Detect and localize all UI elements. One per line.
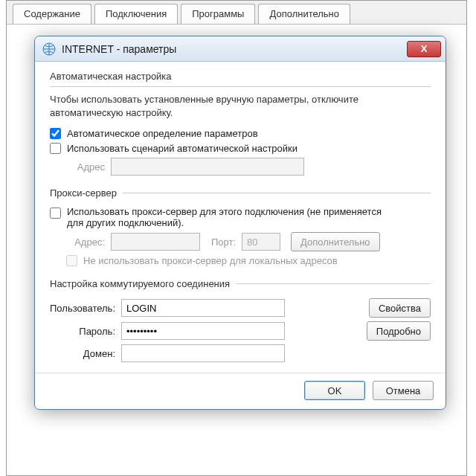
tab-content[interactable]: Содержание (13, 4, 91, 24)
password-label: Пароль: (50, 326, 121, 337)
tab-programs[interactable]: Программы (181, 4, 255, 24)
proxy-use-checkbox[interactable] (50, 208, 61, 219)
close-button[interactable]: X (407, 41, 441, 57)
domain-label: Домен: (50, 348, 121, 359)
cancel-button[interactable]: Отмена (373, 381, 434, 400)
proxy-bypass-row: Не использовать прокси-сервер для локаль… (66, 255, 431, 266)
divider (50, 86, 431, 87)
ok-button[interactable]: OK (304, 381, 365, 400)
autoscript-label: Использовать сценарий автоматической нас… (67, 143, 298, 154)
lan-settings-dialog: INTERNET - параметры X Автоматическая на… (34, 36, 446, 410)
proxy-heading: Прокси-сервер (50, 186, 117, 200)
domain-input[interactable] (121, 344, 285, 362)
auto-config-group: Автоматическая настройка Чтобы использов… (50, 69, 431, 176)
proxy-group: Прокси-сервер Использовать прокси-сервер… (50, 186, 431, 266)
proxy-use-row: Использовать прокси-сервер для этого под… (50, 206, 431, 228)
divider (236, 283, 431, 284)
user-row: Пользователь: Свойства (50, 298, 431, 318)
password-row: Пароль: Подробно (50, 321, 431, 341)
auto-config-heading: Автоматическая настройка (50, 69, 431, 83)
user-label: Пользователь: (50, 303, 121, 314)
proxy-addr-label: Адрес: (66, 237, 111, 248)
password-input[interactable] (121, 322, 285, 340)
properties-button[interactable]: Свойства (369, 298, 431, 318)
user-input[interactable] (121, 299, 285, 317)
proxy-bypass-checkbox (66, 255, 77, 266)
dial-group: Настройка коммутируемого соединения Поль… (50, 277, 431, 362)
proxy-use-label: Использовать прокси-сервер для этого под… (67, 206, 394, 228)
divider (123, 193, 431, 193)
proxy-advanced-button: Дополнительно (291, 232, 380, 251)
dial-heading: Настройка коммутируемого соединения (50, 277, 230, 291)
tab-connections[interactable]: Подключения (94, 4, 178, 24)
autoscript-checkbox[interactable] (50, 143, 61, 154)
globe-icon (42, 42, 56, 56)
auto-address-label: Адрес (66, 161, 111, 173)
titlebar: INTERNET - параметры X (35, 36, 446, 62)
tab-bar: Содержание Подключения Программы Дополни… (7, 1, 466, 25)
details-button[interactable]: Подробно (367, 321, 431, 341)
auto-config-desc: Чтобы использовать установленные вручную… (50, 93, 431, 119)
autodetect-label: Автоматическое определение параметров (67, 128, 258, 139)
autodetect-row: Автоматическое определение параметров (50, 128, 431, 139)
auto-address-input (111, 158, 304, 176)
dialog-body: Автоматическая настройка Чтобы использов… (35, 62, 446, 409)
tab-advanced[interactable]: Дополнительно (258, 4, 350, 24)
domain-row: Домен: (50, 344, 431, 362)
auto-address-row: Адрес (66, 158, 431, 176)
close-icon: X (421, 43, 428, 54)
autoscript-row: Использовать сценарий автоматической нас… (50, 143, 431, 154)
dialog-title: INTERNET - параметры (62, 43, 407, 55)
proxy-bypass-label: Не использовать прокси-сервер для локаль… (83, 255, 338, 266)
proxy-port-label: Порт: (200, 237, 242, 248)
proxy-addr-row: Адрес: Порт: Дополнительно (66, 232, 431, 251)
dialog-actions: OK Отмена (35, 373, 446, 400)
proxy-port-input (242, 233, 280, 251)
autodetect-checkbox[interactable] (50, 128, 61, 139)
proxy-addr-input (111, 233, 200, 251)
